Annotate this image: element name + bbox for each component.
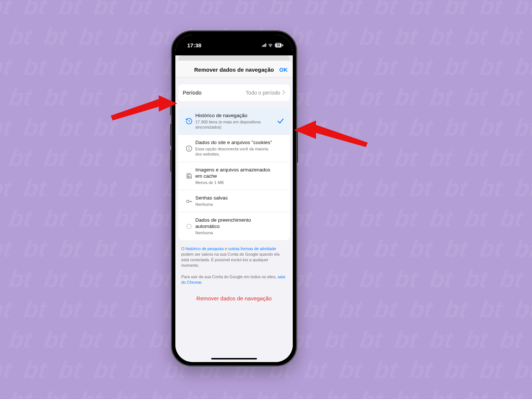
svg-marker-6 [294, 120, 368, 147]
check-icon [276, 119, 285, 124]
option-saved-passwords[interactable]: Senhas salvas Nenhuma [178, 190, 290, 212]
disclosure-text-2: Para sair da sua Conta do Google em todo… [175, 268, 293, 285]
other-activity-link[interactable]: outras formas de atividade [228, 246, 276, 251]
nav-bar: Remover dados de navegação OK [175, 61, 293, 78]
home-indicator[interactable] [211, 358, 257, 359]
svg-point-4 [186, 200, 189, 202]
option-subtitle: Nenhuma [195, 231, 276, 236]
clear-data-button[interactable]: Remover dados de navegação [175, 285, 293, 310]
phone-frame: 17:38 56 Remover dados de navegaç [171, 30, 297, 366]
time-range-row[interactable]: Período Todo o período [178, 84, 290, 101]
battery-icon: 56 [275, 43, 282, 48]
ok-button[interactable]: OK [279, 66, 288, 73]
search-history-link[interactable]: histórico de pesquisa [186, 246, 224, 251]
history-icon [183, 117, 195, 125]
option-title: Dados de preenchimento automático [195, 217, 276, 230]
option-subtitle: 17.300 itens (e mais em dispositivos sin… [195, 120, 276, 130]
option-subtitle: Essa opção desconecta você da maioria do… [195, 147, 276, 157]
option-title: Histórico de navegação [195, 113, 276, 119]
info-icon [183, 145, 195, 152]
option-cached-images[interactable]: Imagens e arquivos armazenados em cache … [178, 162, 290, 191]
option-title: Senhas salvas [195, 195, 276, 201]
option-title: Imagens e arquivos armazenados em cache [195, 167, 276, 180]
wifi-icon [268, 42, 273, 48]
status-time: 17:38 [187, 42, 201, 48]
option-subtitle: Menos de 1 MB [195, 180, 276, 185]
annotation-arrow-left [111, 95, 177, 122]
modal-sheet: Remover dados de navegação OK Período To… [175, 61, 293, 362]
chevron-right-icon [282, 89, 285, 96]
option-browsing-history[interactable]: Histórico de navegação 17.300 itens (e m… [178, 108, 290, 135]
time-range-value: Todo o período [246, 90, 280, 96]
dynamic-island [215, 40, 253, 51]
option-cookies[interactable]: Dados do site e arquivos "cookies" Essa … [178, 135, 290, 162]
option-autofill[interactable]: Dados de preenchimento automático Nenhum… [178, 212, 290, 241]
autofill-icon [183, 223, 195, 230]
option-title: Dados do site e arquivos "cookies" [195, 140, 276, 146]
disclosure-text-1: O histórico de pesquisa e outras formas … [175, 240, 293, 268]
key-icon [183, 198, 195, 205]
svg-marker-5 [111, 95, 177, 120]
cellular-icon [262, 43, 266, 47]
sheet-title: Remover dados de navegação [180, 66, 288, 73]
svg-point-1 [189, 147, 189, 147]
annotation-arrow-right [294, 120, 368, 150]
option-subtitle: Nenhuma [195, 202, 276, 207]
images-icon [183, 173, 195, 180]
time-range-label: Período [183, 90, 202, 96]
svg-rect-2 [187, 174, 192, 178]
